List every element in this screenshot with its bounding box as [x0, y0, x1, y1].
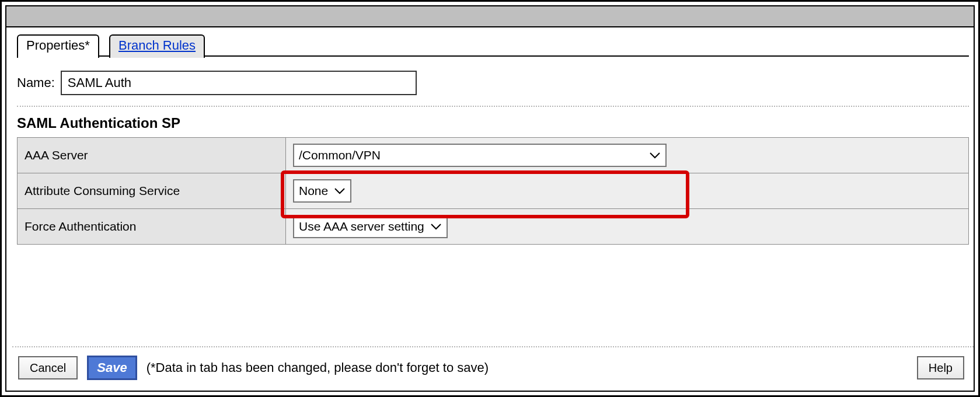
settings-table: AAA Server /Common/VPN Attribute Consumi…: [17, 137, 969, 245]
label-aaa-server: AAA Server: [18, 138, 286, 173]
separator: [17, 106, 969, 107]
select-attr-consuming-value: None: [299, 184, 328, 198]
name-row: Name:: [17, 71, 969, 95]
content-area: Properties* Branch Rules Name: SAML Auth…: [6, 27, 974, 391]
select-attr-consuming[interactable]: None: [293, 179, 351, 203]
panel: Properties* Branch Rules Name: SAML Auth…: [5, 5, 975, 392]
window-frame: Properties* Branch Rules Name: SAML Auth…: [0, 0, 980, 397]
name-label: Name:: [17, 75, 55, 90]
help-wrap: Help: [917, 356, 964, 379]
save-button[interactable]: Save: [87, 356, 137, 380]
tab-branch-rules-label: Branch Rules: [118, 38, 196, 53]
row-force-auth: Force Authentication Use AAA server sett…: [18, 209, 969, 245]
select-force-auth-value: Use AAA server setting: [299, 220, 424, 234]
section-title: SAML Authentication SP: [17, 115, 969, 131]
select-force-auth[interactable]: Use AAA server setting: [293, 215, 448, 238]
cancel-button[interactable]: Cancel: [18, 356, 78, 379]
footer: Cancel Save (*Data in tab has been chang…: [12, 346, 974, 391]
chevron-down-icon: [649, 151, 661, 159]
label-attr-consuming: Attribute Consuming Service: [18, 173, 286, 209]
title-bar: [6, 6, 974, 27]
chevron-down-icon: [430, 222, 442, 231]
select-aaa-server[interactable]: /Common/VPN: [293, 144, 667, 167]
tab-properties-label: Properties*: [26, 38, 90, 53]
name-input[interactable]: [61, 71, 417, 95]
chevron-down-icon: [334, 187, 346, 195]
tab-properties[interactable]: Properties*: [17, 34, 99, 58]
label-force-auth: Force Authentication: [18, 209, 286, 245]
cell-force-auth: Use AAA server setting: [286, 209, 969, 245]
tab-strip: Properties* Branch Rules: [17, 31, 969, 57]
row-aaa-server: AAA Server /Common/VPN: [18, 138, 969, 173]
tab-branch-rules[interactable]: Branch Rules: [109, 34, 205, 58]
cell-attr-consuming: None: [286, 173, 969, 209]
footer-note: (*Data in tab has been changed, please d…: [147, 360, 489, 375]
select-aaa-server-value: /Common/VPN: [299, 148, 381, 162]
row-attr-consuming: Attribute Consuming Service None: [18, 173, 969, 209]
help-button[interactable]: Help: [917, 356, 964, 379]
cell-aaa-server: /Common/VPN: [286, 138, 969, 173]
cancel-button-label: Cancel: [30, 361, 66, 374]
save-button-label: Save: [97, 360, 127, 375]
help-button-label: Help: [929, 361, 953, 374]
